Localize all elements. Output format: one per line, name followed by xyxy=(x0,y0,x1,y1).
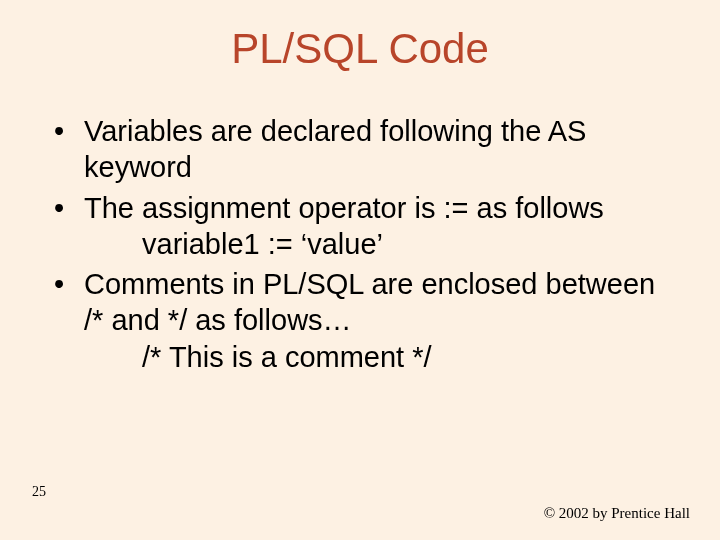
bullet-item: Variables are declared following the AS … xyxy=(50,113,680,186)
bullet-list: Variables are declared following the AS … xyxy=(40,113,680,375)
page-number: 25 xyxy=(32,484,46,500)
bullet-subtext: /* This is a comment */ xyxy=(84,339,680,375)
bullet-item: Comments in PL/SQL are enclosed between … xyxy=(50,266,680,375)
copyright: © 2002 by Prentice Hall xyxy=(544,505,690,522)
bullet-text: Variables are declared following the AS … xyxy=(84,115,586,183)
bullet-text: Comments in PL/SQL are enclosed between … xyxy=(84,268,655,336)
bullet-subtext: variable1 := ‘value’ xyxy=(84,226,680,262)
slide-title: PL/SQL Code xyxy=(40,25,680,73)
bullet-item: The assignment operator is := as follows… xyxy=(50,190,680,263)
bullet-text: The assignment operator is := as follows xyxy=(84,192,604,224)
slide: PL/SQL Code Variables are declared follo… xyxy=(0,0,720,540)
